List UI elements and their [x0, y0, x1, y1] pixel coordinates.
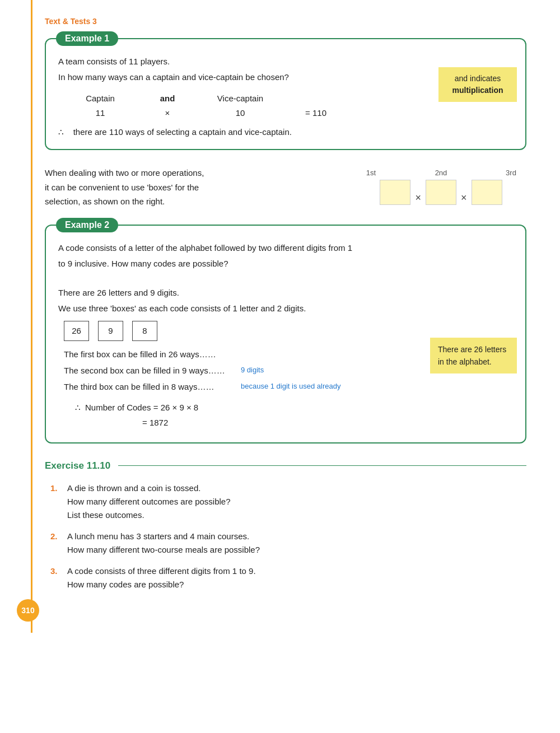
therefore-codes-line: ∴ Number of Codes = 26 × 9 × 8 [75, 400, 513, 415]
exercise-num-1: 1. [50, 482, 62, 522]
times-1: × [415, 192, 421, 204]
exercise-title: Exercise 11.10 [45, 460, 110, 471]
ex2-q2: to 9 inclusive. How many codes are possi… [58, 257, 513, 270]
and-header: and [153, 92, 181, 105]
exercise-text-2: A lunch menu has 3 starters and 4 main c… [67, 530, 526, 557]
middle-line1: When dealing with two or more operations… [45, 166, 328, 180]
captain-values-row: 11 × 10 = 110 [81, 106, 513, 120]
fill-annotation-3: because 1 digit is used already [241, 380, 341, 393]
example1-annotation: and indicatesmultiplication [438, 67, 517, 102]
label-3rd: 3rd [496, 169, 526, 177]
box-3 [472, 180, 502, 205]
ex1-therefore: ∴ there are 110 ways of selecting a capt… [58, 125, 513, 139]
middle-text: When dealing with two or more operations… [45, 166, 328, 209]
exercise-text-1: A die is thrown and a coin is tossed. Ho… [67, 482, 526, 522]
exercise-item-1: 1. A die is thrown and a coin is tossed.… [50, 482, 526, 522]
ex1-q1: A team consists of 11 players. [58, 55, 513, 68]
exercise-header: Exercise 11.10 [45, 460, 526, 471]
left-border [31, 0, 32, 633]
number-codes-line2: = 1872 [142, 415, 513, 430]
boxes-row: × × [380, 180, 502, 205]
captain-header: Captain [81, 92, 120, 105]
vicecaptain-value: 10 [215, 106, 265, 120]
page-number: 310 [17, 599, 39, 622]
middle-line2: it can be convenient to use 'boxes' for … [45, 180, 328, 195]
example1-box: Example 1 and indicatesmultiplication A … [45, 38, 526, 150]
exercise-num-2: 2. [50, 530, 62, 557]
ex-item2-line1: A lunch menu has 3 starters and 4 main c… [67, 530, 526, 543]
code-box-3: 8 [132, 321, 157, 341]
label-2nd: 2nd [426, 169, 456, 177]
exercise-item-3: 3. A code consists of three different di… [50, 564, 526, 591]
number-codes-line1: Number of Codes = 26 × 9 × 8 [85, 400, 198, 415]
ex2-q1: A code consists of a letter of the alpha… [58, 241, 513, 255]
middle-line3: selection, as shown on the right. [45, 194, 328, 209]
ex-item3-line2: How many codes are possible? [67, 578, 526, 591]
ex-item1-line3: List these outcomes. [67, 508, 526, 522]
fill-annotation-2: 9 digits [241, 363, 264, 376]
therefore-symbol: ∴ [75, 400, 81, 415]
box-labels-row: 1st 2nd 3rd [356, 169, 526, 177]
ex-item1-line2: How many different outcomes are possible… [67, 495, 526, 508]
ex-item3-line1: A code consists of three different digit… [67, 564, 526, 578]
fill-row-3: The third box can be filled in 8 ways…… … [64, 379, 513, 394]
example2-content: A code consists of a letter of the alpha… [58, 241, 513, 430]
captain-value: 11 [81, 106, 120, 120]
code-box-2: 9 [98, 321, 123, 341]
ex-item1-line1: A die is thrown and a coin is tossed. [67, 482, 526, 495]
book-title: Text & Tests 3 [45, 17, 526, 26]
fill-main-3: The third box can be filled in 8 ways…… [64, 379, 237, 394]
vicecaptain-header: Vice-captain [215, 92, 265, 105]
example2-annotation: There are 26 letters in the alphabet. [430, 338, 517, 374]
exercise-list: 1. A die is thrown and a coin is tossed.… [45, 482, 526, 591]
times-value: × [153, 106, 181, 120]
exercise-num-3: 3. [50, 564, 62, 591]
ex2-sol1: There are 26 letters and 9 digits. [58, 286, 513, 300]
exercise-item-2: 2. A lunch menu has 3 starters and 4 mai… [50, 530, 526, 557]
times-2: × [461, 192, 467, 204]
code-box-1: 26 [64, 321, 89, 341]
example1-label: Example 1 [56, 31, 118, 46]
annotation-and: and indicatesmultiplication [452, 74, 503, 95]
equals-value: = 110 [299, 106, 333, 120]
exercise-section: Exercise 11.10 1. A die is thrown and a … [45, 460, 526, 591]
example2-box: Example 2 There are 26 letters in the al… [45, 225, 526, 443]
exercise-text-3: A code consists of three different digit… [67, 564, 526, 591]
label-1st: 1st [356, 169, 386, 177]
box-2 [426, 180, 456, 205]
box-1 [380, 180, 410, 205]
middle-section: When dealing with two or more operations… [45, 166, 526, 209]
fill-main-1: The first box can be filled in 26 ways…… [64, 347, 237, 362]
ex-item2-line2: How many different two-course meals are … [67, 543, 526, 557]
fill-main-2: The second box can be filled in 9 ways…… [64, 363, 237, 378]
number-codes: ∴ Number of Codes = 26 × 9 × 8 = 1872 [75, 400, 513, 430]
example2-label: Example 2 [56, 218, 118, 232]
exercise-line [118, 465, 526, 466]
ex2-sol2: We use three 'boxes' as each code consis… [58, 302, 513, 315]
